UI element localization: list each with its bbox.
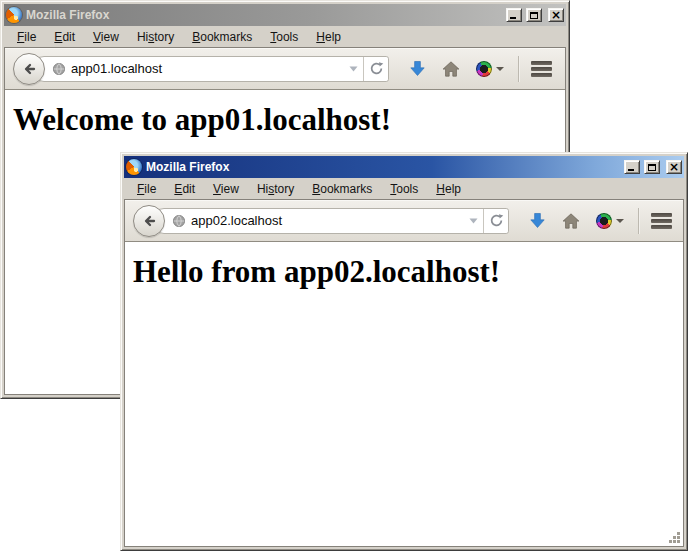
menu-view[interactable]: View xyxy=(84,28,128,46)
home-icon xyxy=(562,213,580,229)
back-button[interactable] xyxy=(133,205,165,237)
menu-file[interactable]: File xyxy=(8,28,45,46)
back-arrow-icon xyxy=(21,61,37,77)
reload-button[interactable] xyxy=(483,209,508,233)
addon-button[interactable] xyxy=(596,213,624,229)
site-identity-globe-icon[interactable] xyxy=(52,62,66,76)
titlebar[interactable]: Mozilla Firefox × xyxy=(4,4,566,26)
reload-icon xyxy=(489,213,504,228)
minimize-button[interactable] xyxy=(624,160,640,174)
toolbar-separator xyxy=(518,56,519,82)
download-arrow-icon xyxy=(529,212,546,229)
home-button[interactable] xyxy=(562,213,580,229)
minimize-icon xyxy=(510,17,516,19)
minimize-button[interactable] xyxy=(506,8,522,22)
resize-grip[interactable] xyxy=(677,540,680,543)
url-bar[interactable]: app01.localhost xyxy=(31,56,389,82)
reload-button[interactable] xyxy=(363,57,388,81)
addon-caret-icon xyxy=(496,67,504,71)
downloads-button[interactable] xyxy=(409,60,426,77)
hamburger-icon xyxy=(531,61,552,65)
menu-view[interactable]: View xyxy=(204,180,248,198)
close-button[interactable]: × xyxy=(666,160,682,174)
titlebar[interactable]: Mozilla Firefox × xyxy=(124,156,684,178)
back-arrow-icon xyxy=(141,213,157,229)
home-icon xyxy=(442,61,460,77)
color-wheel-icon xyxy=(476,61,492,77)
downloads-button[interactable] xyxy=(529,212,546,229)
page-content: Hello from app02.localhost! xyxy=(125,242,683,546)
menu-history[interactable]: History xyxy=(128,28,183,46)
navigation-toolbar: app02.localhost xyxy=(125,200,683,242)
app-menu-button[interactable] xyxy=(651,213,672,229)
desktop: Mozilla Firefox × File Edit View History… xyxy=(0,0,688,551)
color-wheel-icon xyxy=(596,213,612,229)
maximize-icon xyxy=(648,164,656,171)
download-arrow-icon xyxy=(409,60,426,77)
menu-bookmarks[interactable]: Bookmarks xyxy=(303,180,381,198)
addon-button[interactable] xyxy=(476,61,504,77)
menu-bar: File Edit View History Bookmarks Tools H… xyxy=(124,178,684,199)
menu-bookmarks[interactable]: Bookmarks xyxy=(183,28,261,46)
firefox-logo-icon xyxy=(6,7,22,23)
maximize-button[interactable] xyxy=(526,8,542,22)
menu-help[interactable]: Help xyxy=(427,180,470,198)
app-menu-button[interactable] xyxy=(531,61,552,77)
reload-icon xyxy=(369,61,384,76)
menu-edit[interactable]: Edit xyxy=(45,28,84,46)
menu-file[interactable]: File xyxy=(128,180,165,198)
site-identity-globe-icon[interactable] xyxy=(172,214,186,228)
url-bar[interactable]: app02.localhost xyxy=(151,208,509,234)
browser-window-app02: Mozilla Firefox × File Edit View History… xyxy=(120,152,688,551)
maximize-button[interactable] xyxy=(644,160,660,174)
page-heading: Hello from app02.localhost! xyxy=(133,254,683,290)
url-text[interactable]: app01.localhost xyxy=(71,61,344,76)
window-title: Mozilla Firefox xyxy=(146,160,620,174)
menu-help[interactable]: Help xyxy=(307,28,350,46)
minimize-icon xyxy=(628,169,634,171)
url-text[interactable]: app02.localhost xyxy=(191,213,464,228)
addon-caret-icon xyxy=(616,219,624,223)
menu-tools[interactable]: Tools xyxy=(381,180,427,198)
close-icon: × xyxy=(551,10,561,20)
close-icon: × xyxy=(669,162,679,172)
menu-edit[interactable]: Edit xyxy=(165,180,204,198)
home-button[interactable] xyxy=(442,61,460,77)
maximize-icon xyxy=(530,12,538,19)
close-button[interactable]: × xyxy=(548,8,564,22)
menu-bar: File Edit View History Bookmarks Tools H… xyxy=(4,26,566,47)
menu-history[interactable]: History xyxy=(248,180,303,198)
firefox-logo-icon xyxy=(126,159,142,175)
menu-tools[interactable]: Tools xyxy=(261,28,307,46)
window-title: Mozilla Firefox xyxy=(26,8,502,22)
urlbar-dropdown-icon[interactable] xyxy=(469,218,478,224)
page-heading: Welcome to app01.localhost! xyxy=(13,102,565,138)
urlbar-dropdown-icon[interactable] xyxy=(349,66,358,72)
navigation-toolbar: app01.localhost xyxy=(5,48,565,90)
hamburger-icon xyxy=(651,213,672,217)
toolbar-separator xyxy=(638,208,639,234)
back-button[interactable] xyxy=(13,53,45,85)
client-area: app02.localhost xyxy=(124,199,684,547)
